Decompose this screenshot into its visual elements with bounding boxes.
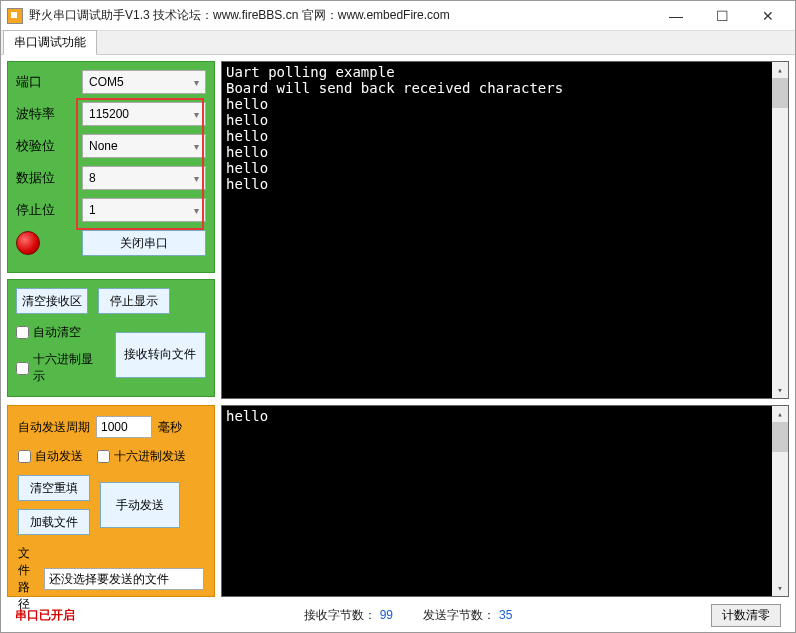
chevron-down-icon: ▾ bbox=[194, 173, 199, 184]
send-terminal[interactable]: hello ▴ ▾ bbox=[221, 405, 789, 597]
tab-bar: 串口调试功能 bbox=[1, 31, 795, 55]
titlebar: 野火串口调试助手V1.3 技术论坛：www.fireBBS.cn 官网：www.… bbox=[1, 1, 795, 31]
close-button[interactable]: ✕ bbox=[745, 1, 791, 31]
scroll-down-icon[interactable]: ▾ bbox=[772, 382, 788, 398]
send-panel: 自动发送周期 毫秒 自动发送 十六进制发送 清空重填 加载文件 手动发送 文件路… bbox=[7, 405, 215, 597]
scroll-up-icon[interactable]: ▴ bbox=[772, 406, 788, 422]
auto-send-checkbox[interactable]: 自动发送 bbox=[18, 448, 83, 465]
close-port-button[interactable]: 关闭串口 bbox=[82, 230, 206, 256]
data-bits-label: 数据位 bbox=[16, 169, 76, 187]
receive-to-file-button[interactable]: 接收转向文件 bbox=[115, 332, 207, 378]
baud-label: 波特率 bbox=[16, 105, 76, 123]
chevron-down-icon: ▾ bbox=[194, 77, 199, 88]
app-icon bbox=[7, 8, 23, 24]
period-input[interactable] bbox=[96, 416, 152, 438]
baud-select[interactable]: 115200▾ bbox=[82, 102, 206, 126]
scrollbar[interactable]: ▴ ▾ bbox=[772, 62, 788, 398]
status-indicator-icon bbox=[16, 231, 40, 255]
port-select[interactable]: COM5▾ bbox=[82, 70, 206, 94]
stop-display-button[interactable]: 停止显示 bbox=[98, 288, 170, 314]
manual-send-button[interactable]: 手动发送 bbox=[100, 482, 180, 528]
chevron-down-icon: ▾ bbox=[194, 109, 199, 120]
scroll-up-icon[interactable]: ▴ bbox=[772, 62, 788, 78]
period-label: 自动发送周期 bbox=[18, 419, 90, 436]
maximize-button[interactable]: ☐ bbox=[699, 1, 745, 31]
scroll-down-icon[interactable]: ▾ bbox=[772, 580, 788, 596]
stop-bits-select[interactable]: 1▾ bbox=[82, 198, 206, 222]
scroll-thumb[interactable] bbox=[772, 422, 788, 452]
load-file-button[interactable]: 加载文件 bbox=[18, 509, 90, 535]
tx-count: 发送字节数：35 bbox=[423, 607, 512, 624]
chevron-down-icon: ▾ bbox=[194, 205, 199, 216]
receive-panel: 清空接收区 停止显示 自动清空 十六进制显示 接收转向文件 bbox=[7, 279, 215, 397]
scrollbar[interactable]: ▴ ▾ bbox=[772, 406, 788, 596]
clear-receive-button[interactable]: 清空接收区 bbox=[16, 288, 88, 314]
minimize-button[interactable]: — bbox=[653, 1, 699, 31]
parity-label: 校验位 bbox=[16, 137, 76, 155]
chevron-down-icon: ▾ bbox=[194, 141, 199, 152]
scroll-thumb[interactable] bbox=[772, 78, 788, 108]
period-unit: 毫秒 bbox=[158, 419, 182, 436]
stop-bits-label: 停止位 bbox=[16, 201, 76, 219]
window-title: 野火串口调试助手V1.3 技术论坛：www.fireBBS.cn 官网：www.… bbox=[29, 7, 450, 24]
data-bits-select[interactable]: 8▾ bbox=[82, 166, 206, 190]
file-path-input[interactable] bbox=[44, 568, 204, 590]
reset-count-button[interactable]: 计数清零 bbox=[711, 604, 781, 627]
hex-send-checkbox[interactable]: 十六进制发送 bbox=[97, 448, 186, 465]
parity-select[interactable]: None▾ bbox=[82, 134, 206, 158]
clear-fill-button[interactable]: 清空重填 bbox=[18, 475, 90, 501]
receive-terminal[interactable]: Uart polling example Board will send bac… bbox=[221, 61, 789, 399]
port-label: 端口 bbox=[16, 73, 76, 91]
port-status: 串口已开启 bbox=[15, 607, 75, 624]
auto-clear-checkbox[interactable]: 自动清空 bbox=[16, 324, 105, 341]
hex-display-checkbox[interactable]: 十六进制显示 bbox=[16, 351, 105, 385]
tab-serial-debug[interactable]: 串口调试功能 bbox=[3, 30, 97, 55]
port-settings-panel: 端口 COM5▾ 波特率 115200▾ 校验位 None▾ 数据位 8▾ 停止… bbox=[7, 61, 215, 273]
status-bar: 串口已开启 接收字节数：99 发送字节数：35 计数清零 bbox=[7, 603, 789, 627]
rx-count: 接收字节数：99 bbox=[304, 607, 393, 624]
